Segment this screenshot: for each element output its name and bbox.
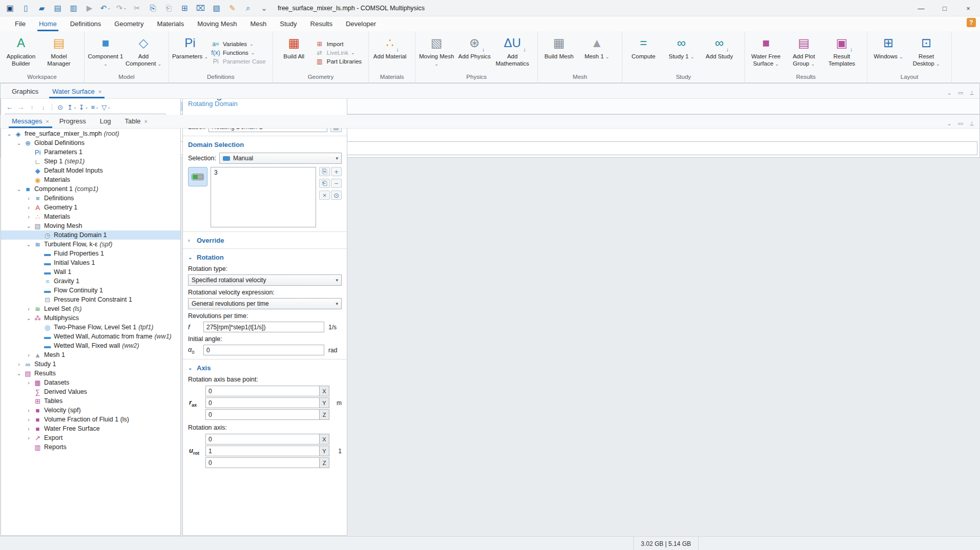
tree-item[interactable]: ▬ Wetted Wall, Fixed wall (ww2) [1, 341, 180, 350]
collapse-chevron-icon[interactable]: ⌄ [946, 120, 953, 127]
ribbon-button[interactable]: ▧ Moving Mesh ⌄ [418, 32, 455, 73]
undo-icon[interactable]: ↶ ⌄ [99, 2, 112, 14]
expand-icon[interactable]: › [25, 352, 33, 358]
close-icon[interactable]: × [46, 118, 49, 124]
expand-all-icon[interactable]: ↥ ⌄ [67, 102, 77, 112]
tree-item[interactable]: › ■ Water Free Surface [1, 424, 180, 433]
ribbon-button[interactable]: ⊡ Reset Desktop ⌄ [907, 32, 945, 73]
rve-dropdown[interactable]: General revolutions per time ▾ [188, 298, 342, 309]
ribbon-button[interactable]: ▲ Mesh 1 ⌄ [578, 32, 616, 73]
expand-icon[interactable]: ⌄ [15, 186, 23, 192]
rotation-type-dropdown[interactable]: Specified rotational velocity ▾ [188, 274, 342, 286]
ribbon-button[interactable]: ■ Water Free Surface ⌄ [747, 32, 785, 73]
base-y-input[interactable] [205, 397, 319, 408]
preview-icon[interactable]: ⌕ [242, 2, 255, 14]
selection-list[interactable]: 3 [211, 167, 316, 227]
tree-item[interactable]: › ▦ Datasets [1, 378, 180, 387]
ribbon-button[interactable]: a= Variables ⌄ [211, 40, 268, 48]
tree-item[interactable]: ⌄ ▤ Results [1, 369, 180, 378]
menu-tab[interactable]: Definitions [64, 16, 108, 31]
collapse-chevron-icon[interactable]: ⌄ [946, 90, 953, 96]
tree-item[interactable]: ≈ Gravity 1 [1, 277, 180, 286]
menu-tab[interactable]: Home [32, 16, 64, 31]
expand-icon[interactable]: › [25, 417, 33, 422]
forward-icon[interactable]: → [16, 102, 26, 112]
tree-item[interactable]: ▥ Reports [1, 442, 180, 452]
tree-item[interactable]: ▬ Fluid Properties 1 [1, 249, 180, 258]
tree-item[interactable]: › ≋ Level Set (ls) [1, 304, 180, 313]
tree-item[interactable]: ◎ Two-Phase Flow, Level Set 1 (tpf1) [1, 323, 180, 332]
tree-item[interactable]: Pi Parameters 1 [1, 147, 180, 157]
ribbon-button[interactable]: ∞ ↓ Add Study [700, 32, 738, 73]
copy-icon[interactable]: ⎘ [147, 2, 159, 14]
dock-tab[interactable]: Progress [54, 117, 95, 128]
expand-icon[interactable]: › [25, 426, 33, 432]
tree-item[interactable]: ⌄ ■ Component 1 (comp1) [1, 184, 180, 194]
ribbon-button[interactable]: f(x) Functions ⌄ [211, 49, 268, 56]
clear-selection-icon[interactable]: × [319, 191, 330, 200]
ribbon-button[interactable]: ΔU ↓ Add Mathematics [493, 32, 531, 73]
help-icon[interactable]: ? [967, 18, 976, 27]
tree-item[interactable]: › A Geometry 1 [1, 203, 180, 212]
tree-item[interactable]: › ∞ Study 1 [1, 359, 180, 369]
dock-tab[interactable]: Table × [119, 117, 153, 128]
section-domain-selection[interactable]: Domain Selection [188, 141, 342, 149]
run-icon[interactable]: ▶ [84, 2, 96, 14]
menu-tab[interactable]: Mesh [243, 16, 273, 31]
expand-icon[interactable]: › [25, 435, 33, 441]
close-icon[interactable]: × [144, 118, 148, 124]
close-icon[interactable]: × [98, 89, 101, 95]
ribbon-button[interactable]: ▣ ↓ Result Templates [823, 32, 861, 73]
expand-icon[interactable]: ⌄ [25, 242, 33, 247]
draw-icon[interactable]: ✎ [226, 2, 239, 14]
remove-from-selection-icon[interactable]: − [331, 179, 342, 188]
ribbon-button[interactable]: Pi Parameter Case [211, 58, 268, 65]
ribbon-button[interactable]: ∞ Study 1 ⌄ [662, 32, 700, 73]
tree-item[interactable]: › ■ Volume Fraction of Fluid 1 (ls) [1, 415, 180, 424]
pin-icon[interactable]: ⊥ [968, 90, 975, 96]
tree-item[interactable]: ▬ Wall 1 [1, 267, 180, 277]
ribbon-button[interactable]: ⊞ Windows ⌄ [869, 32, 907, 73]
rpt-input[interactable] [203, 322, 324, 332]
expand-icon[interactable]: › [25, 408, 33, 413]
float-icon[interactable]: ▭ [957, 90, 964, 96]
ribbon-button[interactable]: ◇ Add Component ⌄ [124, 32, 162, 73]
ribbon-button[interactable]: ⊛ ↓ Add Physics [455, 32, 493, 73]
ribbon-button[interactable]: ▥ Part Libraries [315, 58, 364, 65]
save-icon[interactable]: ▤ [52, 2, 64, 14]
menu-tab[interactable]: File [8, 16, 32, 31]
save-preview-icon[interactable]: ▥ [68, 2, 80, 14]
model-tree-nodes-icon[interactable]: ≡ ⌄ [90, 102, 99, 112]
expand-icon[interactable]: ⌄ [25, 223, 33, 229]
back-icon[interactable]: ← [5, 102, 14, 112]
ribbon-button[interactable]: A Application Builder [2, 32, 40, 73]
redo-icon[interactable]: ↷ ⌄ [115, 2, 128, 14]
move-down-icon[interactable]: ↓ [39, 102, 48, 112]
axis-y-input[interactable] [205, 446, 319, 456]
cut-icon[interactable]: ✂ [131, 2, 143, 14]
expand-icon[interactable]: › [25, 380, 33, 386]
float-icon[interactable]: ▭ [957, 120, 964, 127]
paste-icon[interactable]: ⎗ [163, 2, 175, 14]
ribbon-button[interactable]: ▦ Build All [275, 32, 313, 73]
open-icon[interactable]: ▰ [36, 2, 48, 14]
tree-item[interactable]: › ▲ Mesh 1 [1, 350, 180, 359]
section-axis[interactable]: ⌄ Axis [188, 364, 342, 372]
menu-tab[interactable]: Results [304, 16, 339, 31]
expand-icon[interactable]: › [25, 306, 33, 312]
axis-z-input[interactable] [205, 457, 319, 468]
expand-icon[interactable]: ⌄ [25, 315, 33, 321]
graphics-tab[interactable]: Graphics [7, 88, 47, 98]
ribbon-button[interactable]: ▤ Model Manager [40, 32, 78, 73]
collapse-all-icon[interactable]: ↧ ⌄ [79, 102, 89, 112]
expand-icon[interactable]: › [25, 196, 33, 201]
ribbon-button[interactable]: Pi Parameters ⌄ [171, 32, 209, 73]
menu-tab[interactable]: Geometry [108, 16, 150, 31]
pin-icon[interactable]: ⊥ [968, 120, 975, 127]
tree-item[interactable]: ⌄ ⁂ Multiphysics [1, 313, 180, 323]
tree-item[interactable]: ◉ Materials [1, 175, 180, 184]
ribbon-button[interactable]: ▦ Build Mesh [540, 32, 578, 73]
ribbon-button[interactable]: ⊞ Import [315, 40, 364, 48]
dock-tab[interactable]: Log [95, 117, 120, 128]
tree-item[interactable]: › ∴ Materials [1, 212, 180, 221]
